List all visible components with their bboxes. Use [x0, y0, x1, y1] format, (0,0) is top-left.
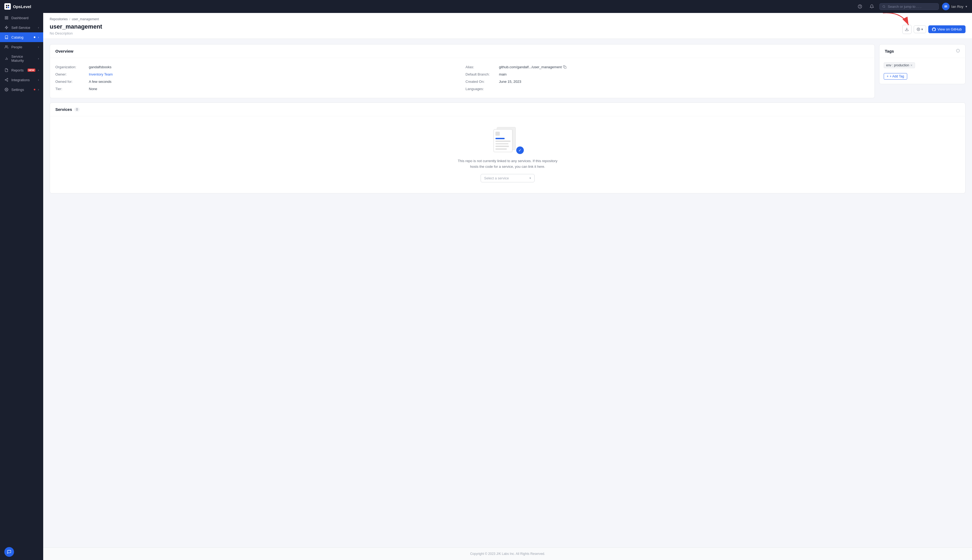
- svg-point-18: [7, 80, 8, 82]
- created-on-label: Created On: [465, 80, 498, 83]
- sidebar-item-label: Catalog: [11, 35, 30, 39]
- select-service-chevron: ▾: [529, 177, 531, 180]
- main-content: Repositories / user_management user_mana…: [43, 13, 972, 560]
- user-menu[interactable]: IR Ian Roy ▼: [942, 3, 968, 10]
- download-button[interactable]: [902, 25, 912, 34]
- footer: Copyright © 2023 J/K Labs Inc. All Right…: [43, 547, 972, 560]
- sidebar-item-integrations[interactable]: Integrations ›: [0, 75, 43, 85]
- overview-row-owned-for: Owned for A few seconds: [55, 78, 459, 85]
- integration-icon: [4, 78, 8, 82]
- check-badge: ✓: [516, 147, 524, 154]
- doc-line-blue: [495, 138, 505, 139]
- tags-info-icon[interactable]: [956, 49, 960, 53]
- organization-label: Organization: [55, 65, 88, 69]
- chevron-right-icon: ›: [38, 36, 39, 39]
- svg-marker-11: [5, 26, 8, 29]
- overview-card-body: Organization gandalfsbooks Owner Invento…: [50, 58, 875, 98]
- content-area: Overview Organization gandalfsbooks: [43, 39, 972, 547]
- page-title-row: user_management No Description ▾ View on…: [50, 23, 965, 35]
- view-on-github-button[interactable]: View on GitHub: [928, 25, 965, 33]
- doc-icon-area: [495, 132, 500, 136]
- doc-line-2: [495, 143, 509, 145]
- alias-value: github.com/gandalf.../user_management: [499, 65, 567, 69]
- svg-point-16: [7, 78, 8, 79]
- sidebar-item-reports[interactable]: Reports NEW ›: [0, 65, 43, 75]
- overview-row-organization: Organization gandalfsbooks: [55, 63, 459, 71]
- add-tag-button[interactable]: + + Add Tag: [884, 73, 907, 80]
- search-input[interactable]: [888, 5, 936, 8]
- tag-key: env : production: [886, 63, 909, 67]
- sidebar: Dashboard Self-Service › Catalog › Peopl…: [0, 13, 43, 560]
- sidebar-item-label: People: [11, 45, 35, 49]
- owned-for-value: A few seconds: [89, 80, 112, 83]
- doc-line-3: [495, 146, 509, 147]
- tags-title: Tags: [885, 49, 894, 53]
- sidebar-item-service-maturity[interactable]: Service Maturity ›: [0, 52, 43, 65]
- svg-rect-8: [7, 17, 8, 18]
- user-name: Ian Roy: [951, 5, 964, 8]
- svg-point-12: [5, 46, 7, 47]
- doc-front: [494, 129, 512, 152]
- chart-icon: [4, 57, 8, 61]
- svg-rect-3: [8, 7, 9, 8]
- notification-icon[interactable]: [868, 2, 876, 11]
- sidebar-item-label: Dashboard: [11, 16, 39, 20]
- new-badge: NEW: [28, 68, 35, 72]
- add-tag-plus: +: [887, 75, 888, 78]
- breadcrumb-parent[interactable]: Repositories: [50, 17, 68, 21]
- empty-state-illustration: ✓: [492, 127, 524, 154]
- default-branch-label: Default Branch: [465, 72, 498, 76]
- chevron-right-icon: ›: [38, 69, 39, 72]
- doc-line-4: [495, 148, 507, 150]
- page-description: No Description: [50, 31, 102, 35]
- people-icon: [4, 45, 8, 49]
- sidebar-item-people[interactable]: People ›: [0, 42, 43, 52]
- svg-point-5: [860, 7, 860, 8]
- created-on-value: June 15, 2023: [499, 80, 521, 83]
- page-title: user_management: [50, 23, 102, 30]
- chevron-right-icon: ›: [38, 26, 39, 29]
- sidebar-item-catalog[interactable]: Catalog ›: [0, 32, 43, 42]
- settings-button-chevron: ▾: [921, 27, 923, 31]
- svg-rect-10: [7, 18, 8, 19]
- owner-value[interactable]: Inventory Team: [89, 72, 113, 76]
- tier-label: Tier: [55, 87, 88, 91]
- default-branch-value: main: [499, 72, 507, 76]
- sidebar-item-label: Service Maturity: [11, 55, 35, 63]
- sidebar-item-settings[interactable]: Settings ›: [0, 85, 43, 94]
- sidebar-item-label: Settings: [11, 88, 30, 92]
- chat-button[interactable]: [4, 547, 14, 557]
- breadcrumb-separator: /: [69, 17, 70, 21]
- services-count-badge: 0: [74, 107, 80, 112]
- select-service-dropdown[interactable]: Select a service ▾: [480, 174, 535, 182]
- top-navigation: OpsLevel IR Ian Roy ▼: [0, 0, 972, 13]
- overview-row-tier: Tier None: [55, 85, 459, 93]
- tags-card: Tags env : production ×: [879, 44, 965, 84]
- active-dot: [34, 37, 35, 38]
- svg-rect-1: [8, 5, 9, 6]
- settings-dot: [34, 89, 35, 90]
- overview-row-default-branch: Default Branch main: [465, 71, 869, 78]
- help-icon[interactable]: [856, 2, 864, 11]
- app-logo[interactable]: OpsLevel: [4, 3, 31, 10]
- two-column-layout: Overview Organization gandalfsbooks: [50, 44, 965, 98]
- svg-rect-2: [6, 7, 7, 8]
- svg-rect-9: [5, 18, 6, 19]
- tags-card-header: Tags: [879, 45, 965, 58]
- sidebar-item-label: Self-Service: [11, 26, 35, 30]
- tags-section: Tags env : production ×: [879, 44, 965, 98]
- search-bar[interactable]: [879, 3, 939, 10]
- select-service-placeholder: Select a service: [484, 176, 509, 180]
- overview-row-created-on: Created On June 15, 2023: [465, 78, 869, 85]
- sidebar-item-dashboard[interactable]: Dashboard: [0, 13, 43, 23]
- services-empty-state: ✓ This repo is not currently linked to a…: [50, 116, 965, 193]
- repo-settings-button[interactable]: ▾: [914, 25, 926, 33]
- svg-line-19: [6, 80, 7, 81]
- tag-remove-button[interactable]: ×: [910, 63, 912, 67]
- sidebar-item-self-service[interactable]: Self-Service ›: [0, 23, 43, 32]
- header-actions: ▾ View on GitHub: [902, 25, 965, 34]
- chevron-right-icon: ›: [38, 88, 39, 91]
- footer-text: Copyright © 2023 J/K Labs Inc. All Right…: [470, 552, 545, 556]
- svg-point-21: [6, 89, 7, 90]
- empty-state-text: This repo is not currently linked to any…: [456, 158, 559, 170]
